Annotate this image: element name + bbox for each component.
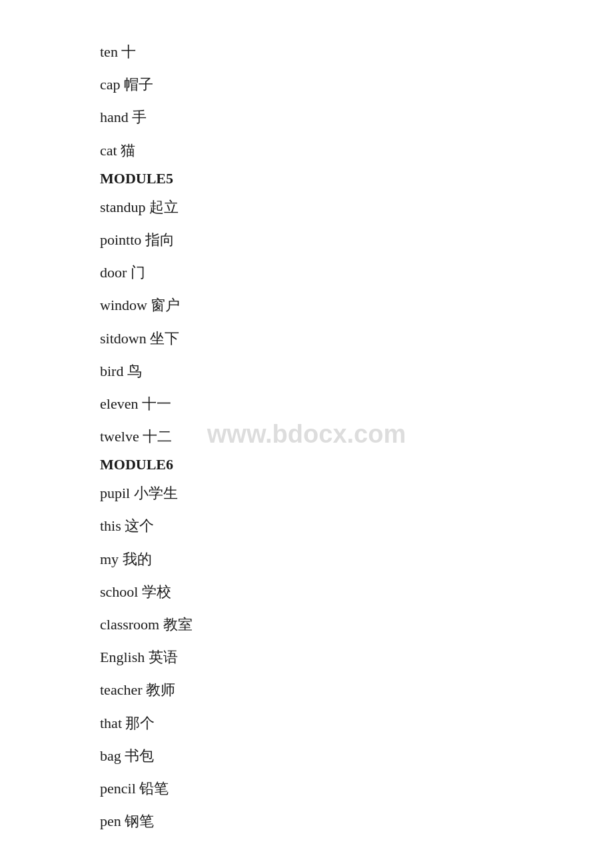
vocab-item: bird 鸟	[100, 359, 613, 383]
module-title: MODULE5	[100, 171, 613, 186]
vocab-item: eleven 十一	[100, 392, 613, 415]
vocab-item: that 那个	[100, 711, 613, 735]
vocab-item: teacher 教师	[100, 678, 613, 701]
vocab-item: my 我的	[100, 547, 613, 571]
vocab-item: pupil 小学生	[100, 481, 613, 505]
vocab-item: sitdown 坐下	[100, 327, 613, 350]
vocab-item: English 英语	[100, 645, 613, 669]
content-area: ten 十cap 帽子hand 手cat 猫MODULE5standup 起立p…	[0, 0, 613, 868]
vocab-item: pen 钢笔	[100, 809, 613, 833]
vocab-item: classroom 教室	[100, 613, 613, 636]
vocab-item: hand 手	[100, 105, 613, 129]
vocab-item: window 窗户	[100, 293, 613, 317]
vocab-item: cap 帽子	[100, 73, 613, 96]
module-title: MODULE6	[100, 457, 613, 472]
vocab-item: bag 书包	[100, 744, 613, 767]
vocab-item: school 学校	[100, 580, 613, 603]
vocab-item: ten 十	[100, 40, 613, 63]
vocab-item: this 这个	[100, 514, 613, 537]
vocab-item: cat 猫	[100, 139, 613, 162]
vocab-item: standup 起立	[100, 195, 613, 219]
vocab-item: pointto 指向	[100, 228, 613, 251]
vocab-item: pencil 铅笔	[100, 777, 613, 800]
vocab-item: door 门	[100, 261, 613, 284]
vocab-item: twelve 十二	[100, 425, 613, 448]
